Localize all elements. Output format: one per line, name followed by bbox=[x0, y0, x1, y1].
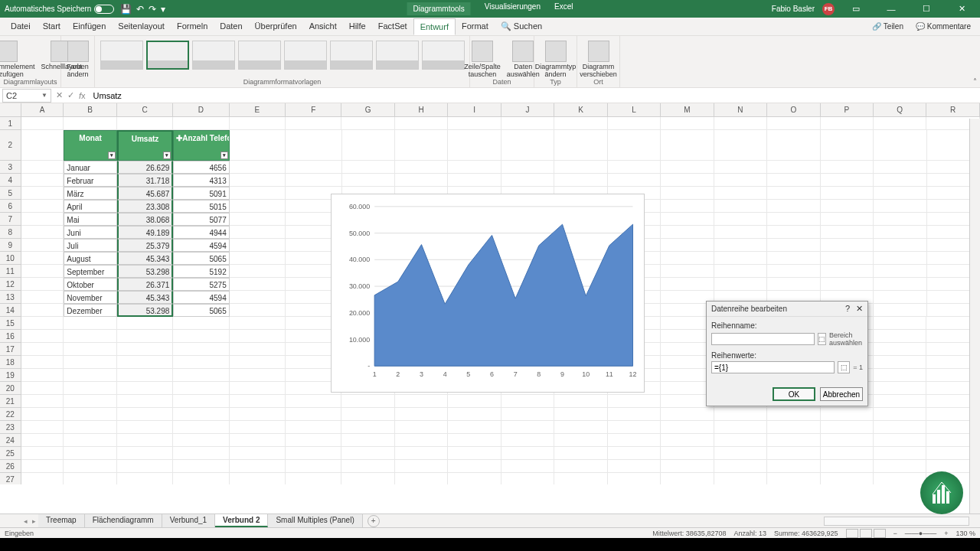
cell[interactable]: 5275 bbox=[173, 278, 229, 291]
cell[interactable] bbox=[395, 130, 448, 161]
cell[interactable] bbox=[230, 304, 286, 317]
cell[interactable] bbox=[501, 434, 554, 447]
cell[interactable] bbox=[714, 187, 767, 200]
cell[interactable] bbox=[21, 421, 64, 434]
cell[interactable] bbox=[767, 265, 820, 278]
cell[interactable]: 26.371 bbox=[117, 278, 173, 291]
move-chart-button[interactable]: Diagramm verschieben bbox=[577, 39, 620, 80]
ribbon-options-icon[interactable]: ▭ bbox=[842, 0, 870, 18]
cell[interactable] bbox=[21, 226, 64, 239]
view-normal-icon[interactable] bbox=[846, 529, 858, 538]
row-header[interactable]: 6 bbox=[0, 200, 21, 213]
save-icon[interactable]: 💾 bbox=[120, 4, 132, 15]
cell[interactable] bbox=[117, 408, 173, 421]
cell[interactable] bbox=[395, 408, 448, 421]
cell[interactable] bbox=[117, 382, 173, 395]
cell[interactable] bbox=[874, 265, 926, 278]
cell[interactable] bbox=[874, 460, 926, 473]
style-thumb[interactable] bbox=[192, 41, 235, 70]
cell[interactable] bbox=[714, 200, 767, 213]
col-header[interactable]: H bbox=[395, 103, 448, 116]
cell[interactable] bbox=[874, 421, 926, 434]
cell[interactable] bbox=[117, 395, 173, 408]
cell[interactable] bbox=[821, 174, 874, 187]
cell[interactable] bbox=[661, 130, 714, 161]
ok-button[interactable]: OK bbox=[773, 387, 815, 401]
cell[interactable] bbox=[117, 343, 173, 356]
filter-icon[interactable]: ▾ bbox=[163, 152, 171, 159]
cell[interactable] bbox=[874, 117, 926, 130]
cell[interactable] bbox=[661, 460, 714, 473]
cell[interactable] bbox=[501, 421, 554, 434]
comments-button[interactable]: 💬 Kommentare bbox=[911, 21, 975, 32]
cell[interactable]: 45.343 bbox=[117, 291, 173, 304]
redo-icon[interactable]: ↷ bbox=[149, 4, 156, 15]
cell[interactable] bbox=[21, 395, 64, 408]
col-header[interactable]: E bbox=[230, 103, 286, 116]
cell[interactable] bbox=[64, 369, 116, 382]
cell[interactable]: 53.298 bbox=[117, 265, 173, 278]
menu-tab-seitenlayout[interactable]: Seitenlayout bbox=[112, 18, 171, 35]
cell[interactable] bbox=[874, 291, 926, 304]
fx-icon[interactable]: fx bbox=[79, 91, 86, 100]
cell[interactable] bbox=[117, 356, 173, 369]
cell[interactable] bbox=[821, 473, 874, 484]
cell[interactable] bbox=[286, 447, 341, 460]
cell[interactable] bbox=[64, 434, 116, 447]
cell[interactable] bbox=[21, 291, 64, 304]
cell[interactable] bbox=[395, 434, 448, 447]
cell[interactable] bbox=[341, 421, 394, 434]
cell[interactable] bbox=[21, 252, 64, 265]
cell[interactable] bbox=[448, 395, 501, 408]
cancel-formula-icon[interactable]: ✕ bbox=[56, 90, 63, 100]
cell[interactable] bbox=[117, 434, 173, 447]
cell[interactable] bbox=[821, 434, 874, 447]
cell[interactable]: 45.343 bbox=[117, 252, 173, 265]
cell[interactable] bbox=[608, 434, 661, 447]
cell[interactable] bbox=[21, 447, 64, 460]
cell[interactable] bbox=[554, 117, 607, 130]
row-header[interactable]: 12 bbox=[0, 278, 21, 291]
view-pagelayout-icon[interactable] bbox=[860, 529, 872, 538]
cell[interactable] bbox=[21, 304, 64, 317]
cell[interactable]: 5192 bbox=[173, 265, 229, 278]
cell[interactable] bbox=[117, 473, 173, 484]
cell[interactable] bbox=[230, 226, 286, 239]
cell[interactable] bbox=[341, 117, 394, 130]
autosave-toggle[interactable]: Automatisches Speichern bbox=[5, 5, 114, 14]
cell[interactable] bbox=[554, 408, 607, 421]
cell[interactable] bbox=[173, 330, 229, 343]
filter-icon[interactable]: ▾ bbox=[108, 152, 116, 159]
cell[interactable] bbox=[286, 395, 341, 408]
row-header[interactable]: 10 bbox=[0, 252, 21, 265]
cell[interactable] bbox=[21, 213, 64, 226]
cell[interactable] bbox=[395, 395, 448, 408]
series-name-input[interactable] bbox=[711, 333, 815, 345]
cell[interactable] bbox=[821, 447, 874, 460]
row-header[interactable]: 25 bbox=[0, 447, 21, 460]
cell[interactable]: August bbox=[64, 252, 116, 265]
col-header[interactable]: F bbox=[286, 103, 341, 116]
menu-tab-hilfe[interactable]: Hilfe bbox=[343, 18, 372, 35]
row-header[interactable]: 16 bbox=[0, 330, 21, 343]
collapse-ribbon-icon[interactable]: ˄ bbox=[973, 77, 977, 86]
cell[interactable] bbox=[64, 356, 116, 369]
col-header[interactable]: P bbox=[821, 103, 874, 116]
series-values-input[interactable] bbox=[711, 361, 835, 373]
cell[interactable] bbox=[767, 117, 820, 130]
cell[interactable]: 5065 bbox=[173, 304, 229, 317]
cell[interactable]: 4656 bbox=[173, 161, 229, 174]
cell[interactable]: 26.629 bbox=[117, 161, 173, 174]
cell[interactable] bbox=[608, 408, 661, 421]
cell[interactable] bbox=[21, 356, 64, 369]
cell[interactable] bbox=[608, 421, 661, 434]
cell[interactable] bbox=[173, 434, 229, 447]
add-sheet-button[interactable]: + bbox=[368, 515, 380, 527]
col-header[interactable]: G bbox=[341, 103, 394, 116]
cell[interactable] bbox=[64, 473, 116, 484]
cell[interactable] bbox=[21, 369, 64, 382]
cell[interactable]: 4944 bbox=[173, 226, 229, 239]
cell[interactable] bbox=[714, 278, 767, 291]
cell[interactable] bbox=[661, 265, 714, 278]
col-header[interactable]: A bbox=[21, 103, 64, 116]
